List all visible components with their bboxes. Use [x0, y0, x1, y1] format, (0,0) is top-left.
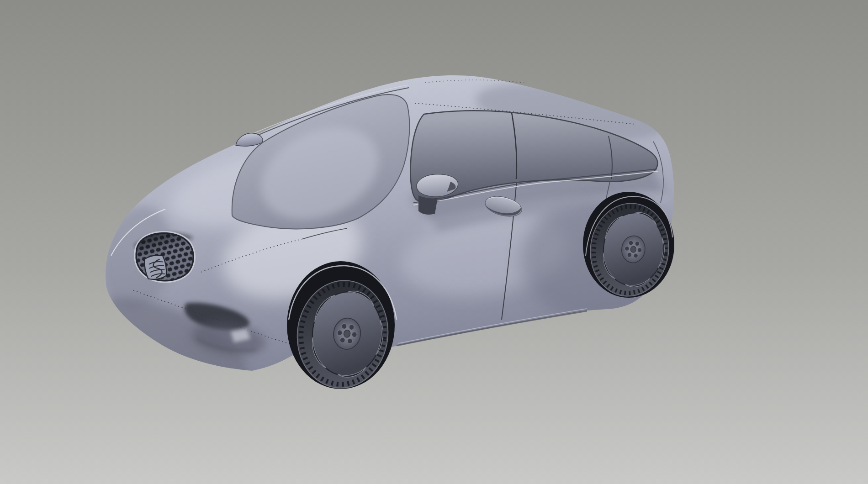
mirror-stem — [418, 195, 438, 215]
viewport-canvas[interactable] — [0, 0, 868, 484]
front-grille — [135, 234, 193, 281]
